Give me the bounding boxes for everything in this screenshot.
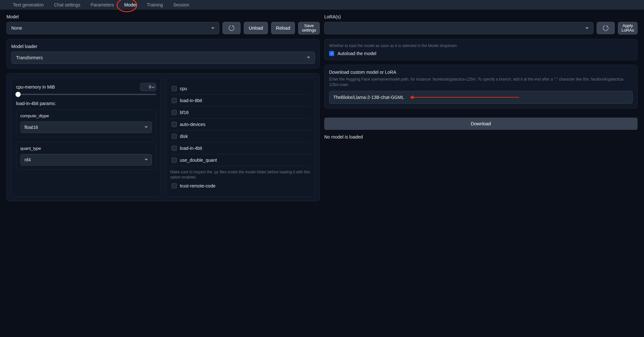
checkbox-disk[interactable] — [172, 134, 177, 139]
checkbox-auto-devices[interactable] — [172, 122, 177, 127]
checkbox-bf16[interactable] — [172, 110, 177, 115]
chevron-down-icon — [145, 159, 148, 160]
tab-text-generation[interactable]: Text generation — [8, 0, 49, 10]
check-row-use-double-quant[interactable]: use_double_quant — [170, 154, 310, 166]
chevron-down-icon — [211, 27, 214, 29]
chevron-down-icon — [585, 27, 589, 29]
tab-session[interactable]: Session — [168, 0, 194, 10]
tabs-bar: Text generation Chat settings Parameters… — [0, 0, 644, 10]
check-row-load-in-8bit[interactable]: load-in-8bit — [170, 95, 310, 107]
loras-dropdown[interactable] — [324, 22, 593, 34]
download-heading: Download custom model or LoRA — [329, 70, 633, 75]
compute-dtype-label: compute_dtype — [20, 113, 152, 118]
loader-options-panel: cpu-memory in MiB 0 ▴▾ load-in-4bit para… — [6, 73, 320, 202]
check-row-disk[interactable]: disk — [170, 130, 310, 142]
checkbox-cpu[interactable] — [172, 86, 177, 91]
model-label: Model — [6, 14, 320, 19]
checkbox-use-double-quant[interactable] — [172, 158, 177, 163]
apply-loras-button[interactable]: Apply LoRAs — [618, 22, 638, 34]
check-row-bf16[interactable]: bf16 — [170, 107, 310, 119]
loader-options-left: cpu-memory in MiB 0 ▴▾ load-in-4bit para… — [11, 78, 161, 197]
quant-type-panel: quant_type nf4 — [16, 142, 156, 170]
refresh-icon — [602, 24, 610, 32]
chevron-down-icon — [307, 57, 310, 58]
model-loader-dropdown[interactable]: Transformers — [11, 52, 315, 64]
tab-model[interactable]: Model — [119, 0, 142, 10]
compute-dtype-dropdown[interactable]: float16 — [20, 121, 152, 133]
model-loader-value: Transformers — [16, 55, 43, 60]
autoload-row[interactable]: ✓ Autoload the model — [329, 51, 633, 56]
check-row-load-in-4bit[interactable]: load-in-4bit — [170, 142, 310, 154]
model-dropdown-value: None — [11, 25, 22, 31]
tab-training[interactable]: Training — [142, 0, 168, 10]
checkbox-load-in-8bit[interactable] — [172, 98, 177, 103]
download-panel: Download custom model or LoRA Enter the … — [324, 65, 638, 109]
download-hint: Enter the Hugging Face username/model pa… — [329, 77, 633, 88]
trust-remote-code-hint: Make sure to inspect the .py files insid… — [170, 169, 310, 180]
checkbox-load-in-4bit[interactable] — [172, 146, 177, 151]
checkbox-trust-remote-code[interactable] — [172, 183, 177, 188]
autoload-panel: Whether to load the model as soon as it … — [324, 39, 638, 61]
chevron-down-icon — [145, 126, 148, 128]
quant-type-label: quant_type — [20, 146, 152, 151]
tab-model-label: Model — [124, 2, 137, 7]
model-status: No model is loaded — [324, 134, 638, 140]
download-input[interactable] — [329, 91, 633, 104]
cpu-memory-label: cpu-memory in MiB — [16, 84, 55, 90]
refresh-loras-button[interactable] — [597, 22, 615, 34]
loras-label: LoRA(s) — [324, 14, 638, 19]
slider-thumb[interactable] — [15, 92, 21, 97]
save-settings-button[interactable]: Save settings — [298, 22, 320, 34]
autoload-hint: Whether to load the model as soon as it … — [329, 43, 633, 49]
check-row-trust-remote-code[interactable]: trust-remote-code — [170, 183, 310, 192]
check-row-auto-devices[interactable]: auto-devices — [170, 119, 310, 130]
model-loader-label: Model loader — [11, 44, 315, 49]
download-button[interactable]: Download — [324, 118, 638, 130]
quant-type-dropdown[interactable]: nf4 — [20, 154, 152, 166]
cpu-memory-value[interactable]: 0 ▴▾ — [140, 83, 156, 91]
stepper-icon: ▴▾ — [152, 86, 155, 88]
reload-button[interactable]: Reload — [271, 22, 295, 34]
model-loader-panel: Model loader Transformers — [6, 39, 320, 69]
loader-options-right: cpu load-in-8bit bf16 auto-devices — [166, 78, 315, 197]
load4bit-params-label: load-in-4bit params: — [16, 101, 156, 106]
checkbox-autoload[interactable]: ✓ — [329, 51, 334, 56]
tab-chat-settings[interactable]: Chat settings — [49, 0, 86, 10]
compute-dtype-panel: compute_dtype float16 — [16, 109, 156, 137]
check-row-cpu[interactable]: cpu — [170, 83, 310, 95]
model-dropdown[interactable]: None — [6, 22, 219, 34]
cpu-memory-slider[interactable] — [16, 94, 156, 95]
tab-parameters[interactable]: Parameters — [85, 0, 119, 10]
unload-button[interactable]: Unload — [244, 22, 268, 34]
refresh-icon — [228, 24, 236, 32]
refresh-models-button[interactable] — [223, 22, 241, 34]
